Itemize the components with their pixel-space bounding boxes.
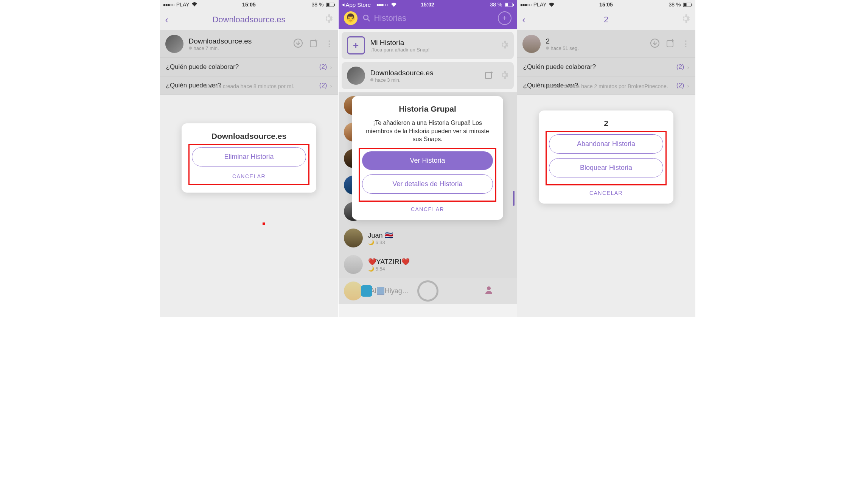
row-label: ¿Quién puede colaborar? bbox=[166, 63, 239, 71]
svg-point-8 bbox=[364, 15, 368, 20]
chevron-right-icon: › bbox=[687, 64, 689, 70]
row-label: ¿Quién puede colaborar? bbox=[523, 63, 596, 71]
add-snap-icon[interactable] bbox=[485, 71, 493, 81]
add-story-button[interactable]: + bbox=[498, 11, 511, 25]
view-details-button[interactable]: Ver detalles de Historia bbox=[362, 174, 493, 194]
story-header[interactable]: Downloadsource.es hace 7 min. ⋮ bbox=[160, 30, 338, 58]
group-story-card[interactable]: Downloadsource.es hace 3 min. bbox=[342, 62, 514, 89]
wifi-icon bbox=[391, 3, 396, 7]
save-icon[interactable] bbox=[650, 38, 660, 50]
bitmoji-avatar[interactable]: 👨 bbox=[344, 11, 358, 25]
my-story-title: Mi Historia bbox=[370, 39, 430, 47]
modal-title: Downloadsource.es bbox=[191, 132, 307, 141]
svg-rect-12 bbox=[692, 4, 692, 6]
entry-time: 6:33 bbox=[376, 240, 385, 245]
wifi-icon bbox=[192, 2, 197, 8]
svg-rect-7 bbox=[513, 4, 514, 6]
entry-name: Juan 🇨🇷 bbox=[368, 231, 393, 240]
status-bar: ●●●○○ PLAY 15:05 38 % bbox=[517, 0, 695, 9]
status-dot-icon bbox=[546, 47, 549, 50]
story-title: 2 bbox=[546, 37, 579, 45]
cancel-button[interactable]: CANCELAR bbox=[192, 171, 306, 182]
block-story-button[interactable]: Bloquear Historia bbox=[549, 158, 663, 177]
gear-icon[interactable] bbox=[324, 14, 333, 25]
story-thumb bbox=[344, 229, 363, 247]
action-modal: Downloadsource.es Eliminar Historia CANC… bbox=[182, 123, 316, 193]
cancel-button[interactable]: CANCELAR bbox=[361, 204, 494, 215]
battery-pct: 38 % bbox=[490, 2, 502, 8]
my-story-subtitle: ¡Toca para añadir un Snap! bbox=[370, 47, 430, 53]
leave-story-button[interactable]: Abandonar Historia bbox=[549, 134, 663, 154]
list-item[interactable]: Juan 🇨🇷🌙 6:33 bbox=[339, 225, 517, 251]
signal-dots: ●●●○○ bbox=[163, 2, 174, 8]
status-bar: ◂ App Store ●●●○○ 15:02 38 % bbox=[339, 0, 517, 9]
clock: 15:02 bbox=[421, 2, 434, 8]
highlight-box: Eliminar Historia CANCELAR bbox=[188, 144, 309, 185]
clock: 15:05 bbox=[242, 2, 256, 8]
carrier-label: PLAY bbox=[533, 2, 547, 8]
row-value: (2) bbox=[319, 63, 327, 71]
status-bar: ●●●○○ PLAY 15:05 38 % bbox=[160, 0, 338, 9]
modal-body: ¡Te añadieron a una Historia Grupal! Los… bbox=[361, 119, 494, 143]
gear-icon[interactable] bbox=[500, 71, 508, 81]
svg-rect-2 bbox=[334, 4, 335, 6]
more-icon[interactable]: ⋮ bbox=[325, 39, 333, 49]
stories-header: 👨 Historias + bbox=[339, 9, 517, 29]
story-title: Downloadsource.es bbox=[370, 69, 434, 77]
row-collaborators[interactable]: ¿Quién puede colaborar? (2)› bbox=[517, 58, 695, 76]
battery-icon bbox=[326, 3, 335, 7]
chat-tab-icon[interactable] bbox=[361, 285, 372, 297]
camera-button[interactable] bbox=[417, 280, 438, 302]
row-collaborators[interactable]: ¿Quién puede colaborar? (2)› bbox=[160, 58, 338, 76]
screen-2: ◂ App Store ●●●○○ 15:02 38 % 👨 Historias… bbox=[339, 0, 517, 317]
entry-name: ❤️YATZIRI❤️ bbox=[368, 258, 410, 266]
clock: 15:05 bbox=[599, 2, 613, 8]
svg-rect-14 bbox=[667, 40, 673, 47]
footer-text: Historia creada hace 8 minutos por mí. bbox=[160, 83, 338, 90]
footer-text: Historia creada hace 2 minutos por Broke… bbox=[517, 83, 695, 90]
search-field[interactable]: Historias bbox=[363, 13, 493, 23]
row-value: (2) bbox=[676, 63, 684, 71]
gear-icon[interactable] bbox=[681, 14, 690, 25]
cancel-button[interactable]: CANCELAR bbox=[548, 188, 664, 198]
add-snap-icon[interactable] bbox=[310, 39, 318, 49]
back-button[interactable]: ‹ bbox=[522, 14, 526, 26]
story-title: Downloadsource.es bbox=[189, 37, 252, 45]
battery-icon bbox=[505, 3, 514, 7]
more-icon[interactable]: ⋮ bbox=[682, 39, 690, 49]
list-item[interactable]: ❤️YATZIRI❤️🌙 5:54 bbox=[339, 251, 517, 278]
svg-rect-11 bbox=[684, 3, 686, 6]
story-thumb bbox=[344, 255, 363, 274]
gear-icon[interactable] bbox=[500, 40, 508, 51]
save-icon[interactable] bbox=[293, 38, 303, 50]
battery-icon bbox=[683, 3, 692, 7]
status-dot-icon bbox=[189, 47, 192, 50]
view-story-button[interactable]: Ver Historia bbox=[362, 151, 493, 170]
wifi-icon bbox=[549, 3, 554, 7]
story-thumb bbox=[165, 35, 183, 53]
add-snap-icon[interactable] bbox=[667, 39, 675, 49]
battery-pct: 38 % bbox=[669, 2, 681, 8]
add-story-icon[interactable]: + bbox=[347, 36, 365, 54]
svg-rect-4 bbox=[310, 40, 316, 47]
friends-tab-icon[interactable] bbox=[483, 286, 494, 296]
back-button[interactable]: ‹ bbox=[165, 14, 169, 26]
bottom-nav bbox=[339, 278, 517, 304]
my-story-card[interactable]: + Mi Historia ¡Toca para añadir un Snap! bbox=[342, 32, 514, 59]
delete-story-button[interactable]: Eliminar Historia bbox=[192, 147, 306, 166]
nav-bar: ‹ 2 bbox=[517, 9, 695, 30]
story-thumb bbox=[347, 67, 365, 85]
group-story-modal: Historia Grupal ¡Te añadieron a una Hist… bbox=[352, 96, 503, 220]
story-subtitle: hace 3 min. bbox=[375, 77, 401, 83]
app-store-return[interactable]: ◂ App Store ●●●○○ bbox=[342, 1, 397, 8]
svg-rect-6 bbox=[505, 3, 508, 6]
purple-scroll-indicator bbox=[513, 191, 515, 206]
action-modal: 2 Abandonar Historia Bloquear Historia C… bbox=[539, 110, 673, 204]
screen-3: ●●●○○ PLAY 15:05 38 % ‹ 2 2 hace 51 seg.… bbox=[517, 0, 695, 317]
story-header[interactable]: 2 hace 51 seg. ⋮ bbox=[517, 30, 695, 58]
story-subtitle: hace 51 seg. bbox=[551, 45, 579, 51]
signal-dots: ●●●○○ bbox=[520, 2, 531, 8]
carrier-label: PLAY bbox=[176, 2, 190, 8]
story-subtitle: hace 7 min. bbox=[194, 45, 219, 51]
page-title: 2 bbox=[604, 15, 608, 25]
